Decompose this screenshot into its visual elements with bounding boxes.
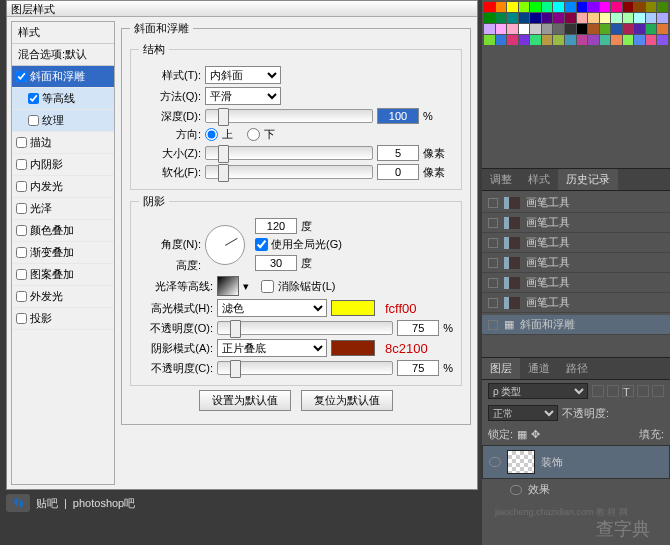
color-swatch[interactable] (553, 13, 564, 23)
layer-row[interactable]: 装饰 (482, 445, 670, 479)
color-swatch[interactable] (600, 2, 611, 12)
color-swatch[interactable] (565, 13, 576, 23)
highlight-opacity-input[interactable]: 75 (397, 320, 439, 336)
style-item-0[interactable]: 斜面和浮雕 (12, 66, 114, 88)
style-item-10[interactable]: 外发光 (12, 286, 114, 308)
tab-channels[interactable]: 通道 (520, 358, 558, 379)
color-swatch[interactable] (588, 13, 599, 23)
tab-layers[interactable]: 图层 (482, 358, 520, 379)
shadow-opacity-input[interactable]: 75 (397, 360, 439, 376)
style-item-8[interactable]: 渐变叠加 (12, 242, 114, 264)
color-swatch[interactable] (623, 24, 634, 34)
style-item-3[interactable]: 描边 (12, 132, 114, 154)
filter-kind-select[interactable]: ρ 类型 (488, 383, 588, 399)
color-swatch[interactable] (577, 35, 588, 45)
filter-smart-icon[interactable] (652, 385, 664, 397)
color-swatch[interactable] (657, 13, 668, 23)
color-swatch[interactable] (565, 2, 576, 12)
highlight-color-swatch[interactable] (331, 300, 375, 316)
depth-slider[interactable] (205, 109, 373, 123)
angle-wheel[interactable] (205, 225, 245, 265)
blend-mode-select[interactable]: 正常 (488, 405, 558, 421)
color-swatch[interactable] (646, 13, 657, 23)
history-checkbox[interactable] (488, 278, 498, 288)
color-swatch[interactable] (507, 2, 518, 12)
color-swatch[interactable] (519, 2, 530, 12)
color-swatch[interactable] (588, 2, 599, 12)
color-swatch[interactable] (634, 2, 645, 12)
style-checkbox[interactable] (16, 247, 27, 258)
layer-thumbnail[interactable] (507, 450, 535, 474)
style-checkbox[interactable] (16, 203, 27, 214)
style-item-2[interactable]: 纹理 (12, 110, 114, 132)
chevron-down-icon[interactable]: ▾ (243, 280, 249, 293)
style-checkbox[interactable] (16, 159, 27, 170)
color-swatch[interactable] (496, 2, 507, 12)
history-checkbox[interactable] (488, 298, 498, 308)
color-swatch[interactable] (530, 13, 541, 23)
style-checkbox[interactable] (16, 181, 27, 192)
style-item-11[interactable]: 投影 (12, 308, 114, 330)
style-item-6[interactable]: 光泽 (12, 198, 114, 220)
style-checkbox[interactable] (28, 93, 39, 104)
color-swatch[interactable] (600, 24, 611, 34)
lock-position-icon[interactable]: ✥ (531, 428, 540, 441)
lock-pixels-icon[interactable]: ▦ (517, 428, 527, 441)
fx-eye-icon[interactable] (510, 485, 522, 495)
color-swatch[interactable] (507, 35, 518, 45)
color-swatch[interactable] (634, 24, 645, 34)
color-swatch[interactable] (646, 2, 657, 12)
color-swatch[interactable] (565, 24, 576, 34)
color-swatch[interactable] (600, 35, 611, 45)
color-swatch[interactable] (611, 24, 622, 34)
color-swatch[interactable] (484, 2, 495, 12)
color-swatch[interactable] (519, 35, 530, 45)
color-swatch[interactable] (542, 35, 553, 45)
style-checkbox[interactable] (28, 115, 39, 126)
color-swatch[interactable] (530, 24, 541, 34)
antialias-checkbox[interactable] (261, 280, 274, 293)
style-item-1[interactable]: 等高线 (12, 88, 114, 110)
color-swatch[interactable] (646, 24, 657, 34)
style-item-7[interactable]: 颜色叠加 (12, 220, 114, 242)
color-swatch[interactable] (519, 13, 530, 23)
filter-type-icon[interactable]: T (622, 385, 634, 397)
color-swatch[interactable] (530, 35, 541, 45)
footer-app[interactable]: photoshop吧 (73, 496, 135, 511)
color-swatch[interactable] (496, 24, 507, 34)
technique-select[interactable]: 平滑 (205, 87, 281, 105)
history-checkbox[interactable] (488, 258, 498, 268)
color-swatch[interactable] (530, 2, 541, 12)
history-checkbox[interactable] (488, 320, 498, 330)
color-swatch[interactable] (519, 24, 530, 34)
color-swatch[interactable] (646, 35, 657, 45)
style-checkbox[interactable] (16, 313, 27, 324)
color-swatch[interactable] (623, 2, 634, 12)
gloss-contour-picker[interactable] (217, 276, 239, 296)
shadow-opacity-slider[interactable] (217, 361, 393, 375)
color-swatch[interactable] (496, 35, 507, 45)
shadow-mode-select[interactable]: 正片叠底 (217, 339, 327, 357)
history-item-bevel[interactable]: ▦斜面和浮雕 (482, 315, 670, 335)
style-checkbox[interactable] (16, 71, 27, 82)
filter-shape-icon[interactable] (637, 385, 649, 397)
color-swatch[interactable] (611, 2, 622, 12)
color-swatch[interactable] (634, 35, 645, 45)
color-swatch[interactable] (542, 2, 553, 12)
color-swatch[interactable] (600, 13, 611, 23)
color-swatch[interactable] (588, 35, 599, 45)
reset-default-button[interactable]: 复位为默认值 (301, 390, 393, 411)
highlight-mode-select[interactable]: 滤色 (217, 299, 327, 317)
angle-input[interactable]: 120 (255, 218, 297, 234)
style-item-5[interactable]: 内发光 (12, 176, 114, 198)
altitude-input[interactable]: 30 (255, 255, 297, 271)
history-item[interactable]: 画笔工具 (482, 253, 670, 273)
tab-paths[interactable]: 路径 (558, 358, 596, 379)
swatches-panel[interactable] (482, 0, 670, 128)
color-swatch[interactable] (553, 2, 564, 12)
layer-fx-row[interactable]: 效果 (482, 479, 670, 500)
color-swatch[interactable] (507, 13, 518, 23)
color-swatch[interactable] (496, 13, 507, 23)
history-checkbox[interactable] (488, 238, 498, 248)
color-swatch[interactable] (657, 24, 668, 34)
